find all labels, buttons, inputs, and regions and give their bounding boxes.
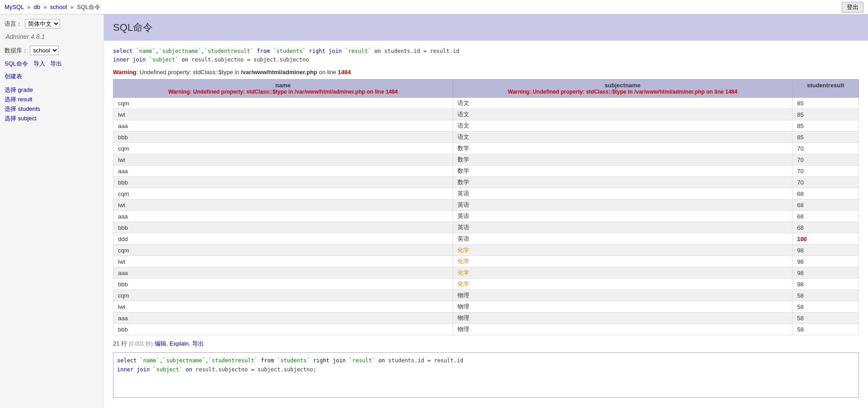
cell-name: ddd — [113, 233, 453, 245]
cell-name: cqm — [113, 188, 453, 199]
cell-name: cqm — [113, 143, 453, 154]
top-bar: MySQL » db » school » SQL命令 登出 — [0, 0, 868, 14]
create-table: 创建表 — [5, 72, 99, 81]
cell-name: cqm — [113, 290, 453, 301]
warning-path: /var/www/html/adminer.php — [241, 69, 317, 76]
sidebar: 语言： 简体中文 Adminer 4.8.1 数据库： school SQL命令… — [0, 14, 104, 408]
edit-link[interactable]: 编辑 — [155, 340, 166, 347]
cell-name: cqm — [113, 245, 453, 256]
results-table: name Warning: Undefined property: stdCla… — [113, 79, 859, 335]
cell-name: aaa — [113, 120, 453, 132]
cell-studentresult: 58 — [793, 313, 859, 324]
table-result[interactable]: 选择 result — [5, 95, 99, 104]
table-row: ddd英语100 — [113, 233, 859, 245]
table-row: lwt英语68 — [113, 199, 859, 211]
cell-studentresult: 98 — [793, 279, 859, 290]
db-row: 数据库： school — [5, 46, 99, 55]
table-row: cqm数学70 — [113, 143, 859, 154]
create-table-link[interactable]: 创建表 — [5, 73, 22, 80]
cell-subjectname: 英语 — [453, 233, 793, 245]
page-title: SQL命令 — [113, 21, 859, 34]
cell-name: aaa — [113, 166, 453, 177]
sql-line2: inner join `subject` on result.subjectno… — [113, 56, 859, 64]
db-label: 数据库： — [5, 47, 28, 55]
cell-subjectname: 英语 — [453, 199, 793, 211]
table-row: lwt数学70 — [113, 154, 859, 166]
table-row: bbb化学98 — [113, 279, 859, 290]
cell-subjectname: 化学 — [453, 256, 793, 267]
cell-studentresult: 70 — [793, 154, 859, 166]
cell-studentresult: 68 — [793, 211, 859, 222]
table-row: aaa英语68 — [113, 211, 859, 222]
cell-studentresult: 58 — [793, 301, 859, 313]
explain-link[interactable]: Explain — [170, 340, 189, 347]
sql-editor[interactable]: select `name`,`subjectname`,`studentresu… — [113, 352, 859, 398]
results-tbody: cqm语文85lwt语文85aaa语文85bbb语文85cqm数学70lwt数学… — [113, 98, 859, 335]
cell-name: lwt — [113, 301, 453, 313]
row-count: 21 行 (0.001 秒) 编辑, Explain, 导出 — [113, 340, 859, 348]
nav-links: SQL命令 导入 导出 — [5, 60, 99, 68]
warning-label: Warning — [113, 69, 137, 76]
cell-name: cqm — [113, 98, 453, 109]
table-students[interactable]: 选择 students — [5, 105, 99, 113]
cell-subjectname: 数学 — [453, 166, 793, 177]
table-row: aaa化学98 — [113, 267, 859, 279]
table-row: aaa数学70 — [113, 166, 859, 177]
breadcrumb: MySQL » db » school » SQL命令 — [5, 3, 100, 11]
cell-studentresult: 58 — [793, 290, 859, 301]
warning-name-cell: Warning: Undefined property: stdClass::$… — [118, 89, 448, 95]
cell-name: bbb — [113, 222, 453, 233]
cell-subjectname: 数学 — [453, 143, 793, 154]
cell-studentresult: 70 — [793, 166, 859, 177]
content: select `name`,`subjectname`,`studentresu… — [104, 41, 868, 404]
cell-subjectname: 化学 — [453, 279, 793, 290]
cell-studentresult: 68 — [793, 222, 859, 233]
cell-name: bbb — [113, 177, 453, 188]
breadcrumb-mysql[interactable]: MySQL — [5, 4, 24, 10]
cell-studentresult: 68 — [793, 199, 859, 211]
cell-name: lwt — [113, 199, 453, 211]
lang-select-row: 语言： 简体中文 — [5, 19, 99, 28]
cell-studentresult: 70 — [793, 143, 859, 154]
breadcrumb-sql: SQL命令 — [77, 4, 100, 10]
cell-subjectname: 物理 — [453, 290, 793, 301]
cell-studentresult: 68 — [793, 188, 859, 199]
logout-button[interactable]: 登出 — [842, 2, 863, 13]
nav-export[interactable]: 导出 — [50, 60, 62, 67]
cell-studentresult: 98 — [793, 267, 859, 279]
cell-name: bbb — [113, 132, 453, 143]
export-link2[interactable]: 导出 — [192, 340, 204, 347]
cell-subjectname: 语文 — [453, 132, 793, 143]
cell-studentresult: 70 — [793, 177, 859, 188]
cell-studentresult: 85 — [793, 109, 859, 120]
table-row: bbb语文85 — [113, 132, 859, 143]
table-subject[interactable]: 选择 subject — [5, 114, 99, 123]
table-row: lwt化学98 — [113, 256, 859, 267]
table-grade[interactable]: 选择 grade — [5, 86, 99, 94]
cell-studentresult: 85 — [793, 120, 859, 132]
table-row: cqm化学98 — [113, 245, 859, 256]
sql-line1: select `name`,`subjectname`,`studentresu… — [113, 47, 859, 56]
col-studentresult: studentresult — [793, 80, 859, 98]
table-row: cqm英语68 — [113, 188, 859, 199]
cell-subjectname: 物理 — [453, 313, 793, 324]
col-name: name Warning: Undefined property: stdCla… — [113, 80, 453, 98]
breadcrumb-db[interactable]: db — [34, 4, 40, 10]
cell-studentresult: 85 — [793, 132, 859, 143]
table-row: lwt物理58 — [113, 301, 859, 313]
breadcrumb-school[interactable]: school — [50, 4, 67, 10]
table-row: bbb物理58 — [113, 324, 859, 335]
lang-select[interactable]: 简体中文 — [25, 19, 60, 28]
cell-subjectname: 语文 — [453, 109, 793, 120]
table-list: 选择 grade 选择 result 选择 students 选择 subjec… — [5, 86, 99, 123]
sql-display: select `name`,`subjectname`,`studentresu… — [113, 47, 859, 64]
table-row: cqm物理58 — [113, 290, 859, 301]
cell-subjectname: 化学 — [453, 245, 793, 256]
nav-sql-cmd[interactable]: SQL命令 — [5, 60, 28, 67]
cell-name: aaa — [113, 211, 453, 222]
nav-import[interactable]: 导入 — [33, 60, 45, 67]
sql-editor-line2: inner join `subject` on result.subjectno… — [117, 365, 855, 374]
warning-subjectname-cell: Warning: Undefined property: stdClass::$… — [458, 89, 788, 95]
db-select[interactable]: school — [30, 46, 59, 55]
cell-subjectname: 数学 — [453, 154, 793, 166]
